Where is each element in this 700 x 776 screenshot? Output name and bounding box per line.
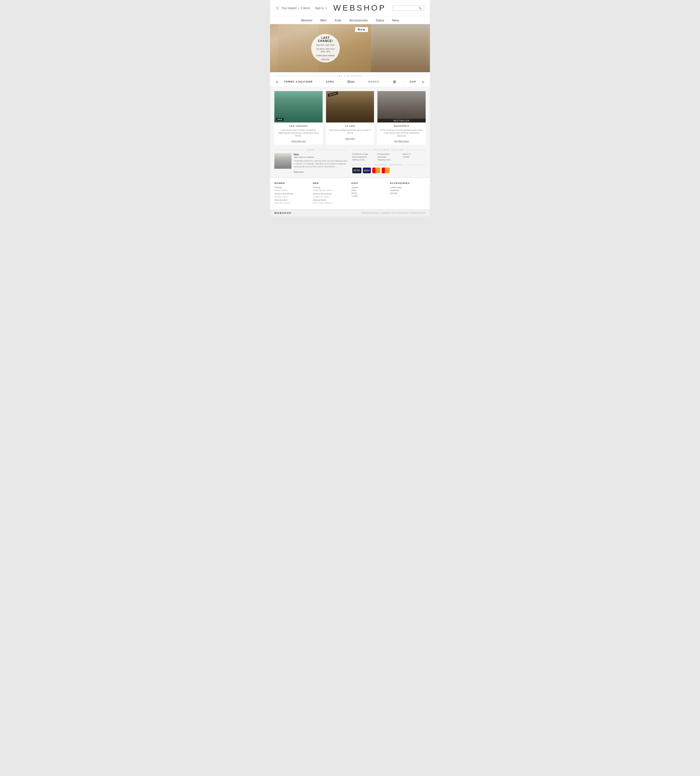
search-icon[interactable]: 🔍: [418, 7, 422, 10]
footer-kids-item-0: Jackets: [352, 187, 387, 189]
cs-link-2-1[interactable]: Size chart: [377, 156, 386, 158]
product-info-3: bestsellers Donec id elit non mi porta g…: [377, 122, 426, 145]
footer-women-item-0: Clothing: [274, 187, 310, 189]
search-input[interactable]: [395, 7, 418, 10]
hero-cta-link[interactable]: Shop now!: [322, 58, 330, 60]
footer-women-sub-0: Jackets, skirts ▸: [274, 189, 310, 192]
product-desc-2: Red & blue vintage jacket from Jack & Jo…: [328, 129, 372, 135]
brand-gap[interactable]: GAP: [410, 80, 416, 83]
footer-acc-link-2[interactable]: Earrings: [390, 192, 397, 194]
footer-men-link-1[interactable]: Shoes & accessories: [313, 193, 332, 195]
nav-new[interactable]: New: [392, 18, 399, 22]
product-desc-1: Lorem ipsum dolor sit amet, consectetur …: [277, 129, 320, 137]
footer-women-link-0[interactable]: Clothing: [274, 187, 282, 189]
brand-dot-3: ●: [361, 81, 362, 82]
footer-men-link-0[interactable]: Clothing: [313, 187, 320, 189]
customer-service-column: CUSTOMER SERVICE Conditions of sale Secu…: [348, 149, 426, 173]
footer-nav: WOMEN Clothing Jackets, skirts ▸ Shoes &…: [270, 178, 430, 209]
cs-col-3: About us Contact: [403, 153, 426, 162]
footer-kids-item-1: Skirts: [352, 189, 387, 191]
footer-kids-link-1[interactable]: Skirts: [352, 189, 357, 191]
payment-icon-maestro2: [372, 168, 380, 173]
footer-men-sub-2: Jack & Jones, Denim ▸: [313, 202, 348, 204]
info-section: NEWS Dior new store in Vienna Yesterday …: [270, 149, 430, 177]
nav-sales[interactable]: Sales: [376, 18, 384, 22]
brand-zara[interactable]: ZARA: [326, 80, 334, 83]
cs-item-3-0: About us: [403, 153, 426, 155]
product-card-bestsellers: BESTSELLER bestsellers Donec id elit non…: [377, 91, 426, 145]
footer-acc-link-1[interactable]: Headwear: [390, 189, 399, 191]
product-link-2[interactable]: Get it now!: [345, 138, 355, 140]
cs-item-3-1: Contact: [403, 156, 426, 158]
footer-women-link-1[interactable]: Shoes & accessories: [274, 193, 293, 195]
nav-kids[interactable]: Kids: [335, 18, 342, 22]
footer-kids-link-3[interactable]: T-shirts: [352, 195, 358, 197]
brands-prev-arrow[interactable]: ◀: [275, 80, 278, 83]
footer-men-sub-1: Sunglasses, scarfs ▸: [313, 195, 348, 198]
cs-link-1-2[interactable]: Delivery costs: [352, 159, 365, 161]
footer-men-item-1: Shoes & accessories: [313, 193, 348, 195]
footer-col-accessories: ACCESSORIES Leather bags Headwear Earrin…: [390, 182, 426, 205]
news-item: Dior new store in Vienna Yesterday marke…: [274, 153, 348, 173]
products-section: NEW new releases Lorem ipsum dolor sit a…: [270, 87, 430, 149]
footer-acc-item-2: Earrings: [390, 192, 426, 194]
hero-desc3: Limited stock available.: [316, 54, 335, 57]
news-read-more-link[interactable]: Read more: [294, 171, 304, 173]
news-text: Yesterday marked the opening of the new …: [294, 160, 348, 168]
brands-list: ◀ TOMMY ■ HILFIGER ● ZARA ● Dior ● MANGO…: [274, 79, 426, 84]
footer-acc-link-0[interactable]: Leather bags: [390, 187, 402, 189]
footer-kids-link-2[interactable]: Shorts: [352, 192, 357, 194]
cs-link-1-1[interactable]: Secure payment: [352, 156, 367, 158]
cart-label: Your basket: [282, 7, 296, 10]
brand-chanel[interactable]: ⊕: [393, 79, 396, 84]
product-link-1[interactable]: Check them out!: [291, 140, 306, 142]
product-card-on-sale: ON SALE on sale Red & blue vintage jacke…: [326, 91, 374, 145]
product-link-3[interactable]: Elit Tellus Purus!: [394, 140, 409, 142]
cs-link-3-0[interactable]: About us: [403, 153, 411, 155]
brand-dior[interactable]: Dior: [347, 80, 355, 83]
nav-accessories[interactable]: Accessories: [350, 18, 368, 22]
brand-mango[interactable]: MANGO: [368, 80, 380, 83]
footer-women-item-1: Shoes & accessories: [274, 193, 310, 195]
footer-women-link-2[interactable]: Shop by brand: [274, 199, 287, 201]
footer-kids-link-0[interactable]: Jackets: [352, 187, 358, 189]
cs-item-2-2: Shipping costs: [377, 159, 400, 161]
news-content: Dior new store in Vienna Yesterday marke…: [294, 153, 348, 173]
nav-men[interactable]: Men: [320, 18, 327, 22]
footer-col-women-title: WOMEN: [274, 182, 310, 184]
product-title-1: new releases: [277, 125, 320, 127]
product-image-3: [377, 91, 426, 122]
cart-separator: •: [298, 7, 299, 10]
footer-women-sub-1: Earrings, caps ▸: [274, 195, 310, 198]
news-section-label: NEWS: [274, 149, 348, 151]
payment-icons: BancontactMister Cash VISA: [352, 168, 426, 173]
footer-col-kids: KIDS Jackets Skirts Shorts T-shirts: [352, 182, 387, 205]
brands-next-arrow[interactable]: ▶: [422, 80, 425, 83]
site-logo[interactable]: WEBSHOP: [327, 3, 393, 13]
cs-link-2-0[interactable]: Privacy policy: [377, 153, 390, 155]
hero-banner: New LAST CHANCE! Buy more, save more! Tw…: [270, 24, 430, 72]
cs-link-1-0[interactable]: Conditions of sale: [352, 153, 368, 155]
nav-women[interactable]: Women: [301, 18, 313, 22]
footer-col-accessories-title: ACCESSORIES: [390, 182, 426, 184]
hero-desc2: Two items -20%, three items -30%: [314, 48, 337, 53]
product-badge-new: NEW: [276, 118, 284, 121]
hero-promo-circle: LAST CHANCE! Buy more, save more! Two it…: [311, 34, 340, 63]
cs-grid: Conditions of sale Secure payment Delive…: [352, 153, 426, 162]
product-info-1: new releases Lorem ipsum dolor sit amet,…: [274, 122, 323, 145]
cs-link-2-2[interactable]: Shipping costs: [377, 159, 390, 161]
cs-section-label: CUSTOMER SERVICE: [352, 149, 426, 151]
footer-col-kids-title: KIDS: [352, 182, 387, 184]
sign-in-link[interactable]: Sign in: [315, 7, 324, 10]
brand-tommy[interactable]: TOMMY ■ HILFIGER: [284, 80, 313, 83]
cart-items: 0 items: [301, 7, 310, 10]
payment-icon-mastercard: [382, 168, 390, 173]
footer-brand-name: WEBSHOP: [274, 212, 292, 214]
header-left: 🛒 Your basket • 0 items Sign in ▾: [276, 6, 327, 10]
cs-link-3-1[interactable]: Contact: [403, 156, 410, 158]
product-title-3: bestsellers: [380, 125, 423, 127]
hero-desc1: Buy more, save more!: [316, 44, 335, 46]
brand-dot-5: ●: [403, 81, 404, 82]
footer-men-link-2[interactable]: Shop by brand: [313, 199, 326, 201]
news-image: [274, 153, 292, 169]
